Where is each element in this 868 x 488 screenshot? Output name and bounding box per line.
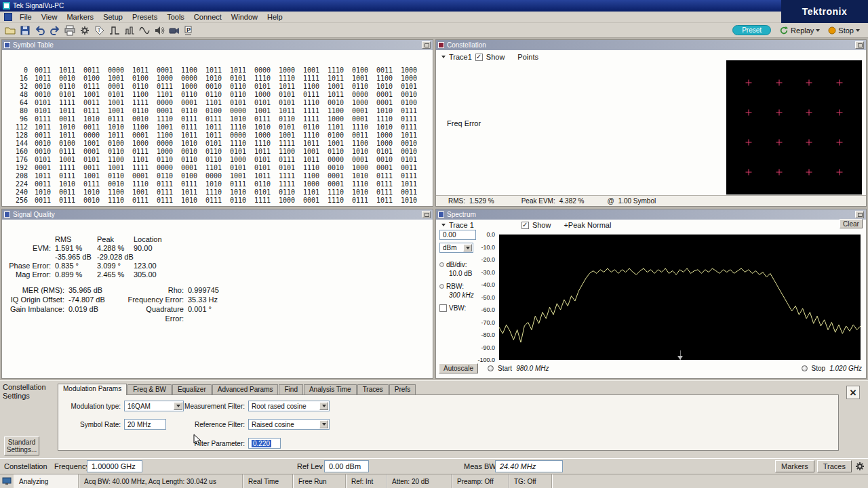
start-value[interactable]: 980.0 MHz [516,365,549,372]
symbol-value: 0100 [83,75,108,83]
spectrum-y-axis: 0.0-10.0-20.0-30.0-40.0-50.0-60.0-70.0-8… [470,235,497,360]
menu-window[interactable]: Window [226,12,262,22]
panel-restore-button[interactable] [422,41,431,49]
clear-button[interactable]: Clear [840,219,863,228]
print-icon[interactable] [62,24,77,37]
symbol-value: 0111 [205,115,230,123]
tag-icon[interactable]: T [92,24,106,37]
panel-restore-button[interactable] [855,41,864,49]
symbol-value: 0000 [230,107,254,115]
stop-button[interactable]: Stop [828,26,860,35]
at-symbol: @ [607,197,614,205]
trace-collapse-icon[interactable] [441,56,446,58]
tab-find[interactable]: Find [279,384,302,394]
app-menu-icon[interactable] [4,13,12,21]
open-icon[interactable] [3,24,17,37]
symbol-value: 1010 [205,180,230,188]
tab-freq-bw[interactable]: Freq & BW [127,384,172,394]
signal-quality-caption[interactable]: Signal Quality [2,209,433,220]
symbol-value: 1101 [205,164,230,172]
tab-equalizer[interactable]: Equalizer [172,384,212,394]
show-checkbox[interactable] [521,222,529,229]
sine-icon[interactable] [137,24,151,37]
ref-lev-field[interactable]: 0.00 dBm [324,460,369,472]
spectrum-caption[interactable]: Spectrum [436,209,866,220]
y-tick-label: -40.0 [481,281,495,288]
standard-settings-button[interactable]: Standard Settings... [4,436,39,455]
symbol-value: 1101 [157,91,181,99]
symbol-row-index: 48 [7,91,28,99]
replay-dropdown-icon[interactable] [816,29,820,32]
redo-icon[interactable] [47,24,62,37]
camera-icon[interactable] [167,24,181,37]
autoscale-button[interactable]: Autoscale [439,363,478,373]
auto-indicator-icon[interactable] [439,262,444,267]
rho-label: Rho: [125,285,188,295]
multipulse-icon[interactable] [122,24,136,37]
symbol-value: 1011 [35,123,59,131]
menu-connect[interactable]: Connect [189,12,226,22]
symbol-value: 0011 [83,99,108,107]
gear-icon[interactable] [77,24,92,37]
spectrum-plot[interactable] [499,235,861,360]
symbol-value: 1010 [230,188,254,197]
menu-view[interactable]: View [37,12,62,22]
symbol-value: 0011 [83,66,108,75]
tab-analysis-time[interactable]: Analysis Time [304,384,357,394]
panel-restore-button[interactable] [422,211,431,218]
replay-button[interactable]: Replay [779,26,820,35]
frequency-field[interactable]: 1.00000 GHz [87,460,142,472]
freq-error-label: Freq Error [447,119,481,127]
measurement-filter-select[interactable]: Root rased cosine [248,401,330,411]
chevron-down-icon[interactable] [319,420,328,428]
preset-button[interactable]: Preset [732,25,771,35]
panel-restore-button[interactable] [855,211,864,218]
symbol-value: 0010 [35,91,59,99]
marker-p-icon[interactable]: P [182,24,196,37]
undo-icon[interactable] [33,24,47,37]
menu-file[interactable]: File [15,12,37,22]
start-knob-icon[interactable] [488,365,494,371]
symbol-value: 0001 [35,164,59,172]
filter-parameter-field[interactable]: 0.220 [248,438,281,449]
instrument-status-icon[interactable] [0,474,14,488]
show-checkbox[interactable] [475,54,483,61]
stop-value[interactable]: 1.020 GHz [829,365,862,372]
menu-help[interactable]: Help [262,12,288,22]
traces-button[interactable]: Traces [817,460,852,472]
evm-peak: 4.288 % [97,244,134,253]
chevron-down-icon[interactable] [319,402,328,410]
auto-indicator-icon[interactable] [439,284,444,289]
menu-setup[interactable]: Setup [98,12,127,22]
meas-bw-field[interactable]: 24.40 MHz [495,460,563,472]
symbol-value: 1110 [303,164,328,172]
reference-filter-select[interactable]: Raised cosine [248,419,330,430]
markers-button[interactable]: Markers [775,460,814,472]
tab-modulation-params[interactable]: Modulation Params [58,384,127,395]
menu-tools[interactable]: Tools [162,12,189,22]
modulation-type-label: Modulation type: [58,403,121,410]
status-segment: Ref: Int [346,474,387,488]
symbol-value: 1000 [181,83,205,91]
stop-knob-icon[interactable] [802,365,808,371]
unit-select[interactable]: dBm [439,243,473,253]
constellation-plot[interactable] [726,60,862,195]
menu-markers[interactable]: Markers [62,12,98,22]
save-icon[interactable] [18,24,32,37]
stop-dropdown-icon[interactable] [856,29,860,32]
constellation-caption[interactable]: Constellation [436,40,866,50]
tab-advanced-params[interactable]: Advanced Params [212,384,279,394]
tab-traces[interactable]: Traces [357,384,389,394]
vbw-checkbox[interactable] [439,304,447,312]
tab-prefs[interactable]: Prefs [389,384,416,394]
gear-icon[interactable] [854,461,865,472]
center-freq-marker[interactable] [677,356,683,360]
speaker-icon[interactable] [152,24,166,37]
pulse-icon[interactable] [107,24,121,37]
settings-close-button[interactable]: ✕ [846,386,860,399]
menu-presets[interactable]: Presets [127,12,162,22]
trace-collapse-icon[interactable] [441,224,446,226]
symbol-table-caption[interactable]: Symbol Table [2,40,433,50]
symbol-value: 1011 [205,131,230,140]
evm-label: EVM: [9,244,55,253]
